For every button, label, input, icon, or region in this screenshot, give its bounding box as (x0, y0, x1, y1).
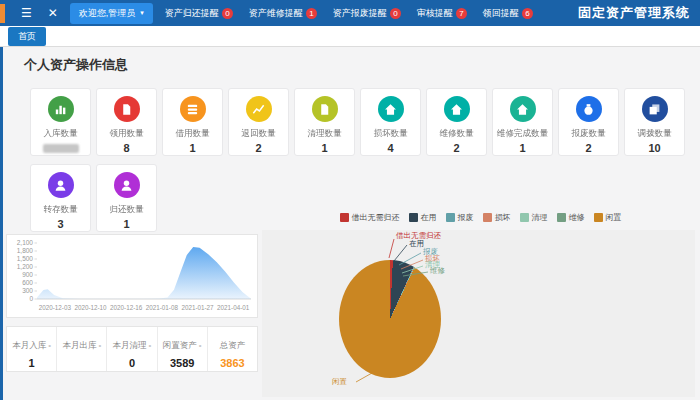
stat-card-label: 入库数量 (32, 127, 88, 139)
svg-text:2021-01-27: 2021-01-27 (181, 304, 214, 311)
stat-card-label: 维修数量 (428, 127, 484, 139)
svg-text:2020-12-10: 2020-12-10 (74, 304, 107, 311)
stat-card-value: 2 (427, 142, 486, 154)
monthly-stat-cell: 本月入库•1 (7, 327, 57, 371)
dot-icon: • (48, 341, 51, 350)
monthly-stat-value: 3863 (208, 357, 257, 369)
dot-icon: • (98, 341, 101, 350)
close-icon[interactable]: ✕ (48, 7, 58, 19)
reminder-tab-label: 资产报废提醒 (333, 7, 387, 20)
layers-icon (180, 96, 206, 122)
reminder-tab-label: 资产归还提醒 (165, 7, 219, 20)
app-logo (0, 4, 5, 23)
left-edge-strip (0, 47, 3, 400)
legend-swatch (409, 213, 418, 222)
stat-cards-row-2: 转存数量3归还数量1 (30, 164, 157, 232)
dot-icon: • (149, 341, 152, 350)
monthly-stat-label-row: 本月清理• (107, 334, 156, 352)
pie-slice-label: 闲置 (332, 378, 347, 386)
topbar-reminder-tab[interactable]: 资产维修提醒1 (249, 7, 317, 20)
user-icon (48, 172, 74, 198)
tab-home[interactable]: 首页 (8, 27, 46, 46)
legend-item[interactable]: 清理 (520, 212, 548, 223)
stat-card: 维修完成数量1 (492, 88, 553, 156)
stat-card-value: 2 (559, 142, 618, 154)
reminder-tab-label: 领回提醒 (483, 7, 519, 20)
pie-callout-lines (262, 230, 695, 397)
reminder-badge: 7 (456, 8, 467, 19)
stat-card: 退回数量2 (228, 88, 289, 156)
stat-card: 入库数量 (30, 88, 91, 156)
topbar-reminder-tab[interactable]: 审核提醒7 (417, 7, 467, 20)
topbar-tabs: 资产归还提醒0资产维修提醒1资产报废提醒0审核提醒7领回提醒6 (165, 7, 578, 20)
topbar-reminder-tab[interactable]: 领回提醒6 (483, 7, 533, 20)
pie-slice-label: 在用 (409, 240, 424, 248)
svg-text:300: 300 (22, 287, 33, 294)
monthly-stat-cell: 总资产3863 (208, 327, 257, 371)
svg-text:900: 900 (22, 271, 33, 278)
legend-item[interactable]: 闲置 (594, 212, 622, 223)
file-icon (312, 96, 338, 122)
monthly-stat-label-row: 本月入库• (7, 334, 56, 352)
redacted-value (43, 144, 79, 153)
svg-text:2020-12-16: 2020-12-16 (110, 304, 143, 311)
stat-card-value: 1 (295, 142, 354, 154)
monthly-stat-label: 本月清理 (113, 340, 147, 350)
menu-icon[interactable]: ☰ (21, 7, 32, 19)
legend-label: 清理 (532, 212, 548, 223)
stat-card: 清理数量1 (294, 88, 355, 156)
stat-card-label: 退回数量 (230, 127, 286, 139)
monthly-stat-label: 闲置资产 (163, 340, 197, 350)
legend-label: 维修 (569, 212, 585, 223)
stat-card-label: 转存数量 (32, 203, 88, 215)
legend-item[interactable]: 在用 (409, 212, 437, 223)
svg-text:2021-04-01: 2021-04-01 (217, 304, 250, 311)
legend-item[interactable]: 报废 (446, 212, 474, 223)
stat-card-value: 8 (97, 142, 156, 154)
legend-item[interactable]: 损坏 (483, 212, 511, 223)
reminder-tab-label: 审核提醒 (417, 7, 453, 20)
stat-card: 调拨数量10 (624, 88, 685, 156)
stat-card-value: 10 (625, 142, 684, 154)
svg-text:1,200: 1,200 (17, 263, 34, 270)
legend-label: 在用 (421, 212, 437, 223)
reminder-badge: 0 (222, 8, 233, 19)
legend-label: 闲置 (606, 212, 622, 223)
stat-card-label: 清理数量 (296, 127, 352, 139)
svg-text:0: 0 (29, 295, 33, 302)
svg-text:2020-12-03: 2020-12-03 (39, 304, 72, 311)
stat-card: 维修数量2 (426, 88, 487, 156)
legend-swatch (446, 213, 455, 222)
stat-card-label: 报废数量 (560, 127, 616, 139)
home-icon (510, 96, 536, 122)
stat-card-value: 4 (361, 142, 420, 154)
file-icon (114, 96, 140, 122)
stat-card-label: 调拨数量 (626, 127, 682, 139)
stat-card: 借用数量1 (162, 88, 223, 156)
topbar-reminder-tab[interactable]: 资产报废提醒0 (333, 7, 401, 20)
svg-text:600: 600 (22, 279, 33, 286)
copy-icon (642, 96, 668, 122)
stat-card: 转存数量3 (30, 164, 91, 232)
stat-cards-row-1: 入库数量领用数量8借用数量1退回数量2清理数量1损坏数量4维修数量2维修完成数量… (30, 88, 685, 156)
user-dropdown-button[interactable]: 欢迎您,管理员 ▾ (70, 3, 153, 24)
monthly-stat-value: 0 (107, 357, 156, 369)
stat-card-label: 维修完成数量 (494, 127, 550, 139)
section-title: 个人资产操作信息 (24, 56, 128, 74)
svg-text:1,800: 1,800 (17, 247, 34, 254)
svg-text:1,500: 1,500 (17, 255, 34, 262)
legend-item[interactable]: 维修 (557, 212, 585, 223)
stat-card-label: 损坏数量 (362, 127, 418, 139)
area-chart: 2,1001,8001,5001,20090060030002020-12-03… (7, 235, 257, 321)
topbar-reminder-tab[interactable]: 资产归还提醒0 (165, 7, 233, 20)
stat-card: 领用数量8 (96, 88, 157, 156)
monthly-stat-label-row: 总资产 (208, 334, 257, 352)
monthly-stat-cell: 闲置资产•3589 (158, 327, 208, 371)
stat-card-value: 1 (493, 142, 552, 154)
top-bar: ☰ ✕ 欢迎您,管理员 ▾ 资产归还提醒0资产维修提醒1资产报废提醒0审核提醒7… (0, 0, 700, 26)
legend-swatch (483, 213, 492, 222)
legend-item[interactable]: 借出无需归还 (340, 212, 400, 223)
user-dropdown-label: 欢迎您,管理员 (79, 7, 136, 20)
dot-icon: • (199, 341, 202, 350)
svg-text:2,100: 2,100 (17, 239, 34, 246)
